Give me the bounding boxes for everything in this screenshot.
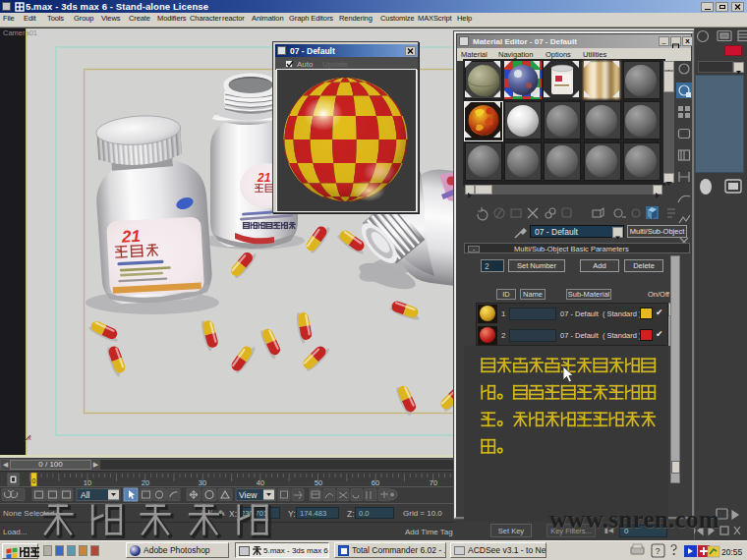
svg-text:50: 50 [315,478,322,487]
svg-text:?: ? [656,546,661,556]
svg-text:70: 70 [430,478,437,487]
svg-text:20: 20 [142,478,149,487]
svg-text:21: 21 [121,227,142,247]
svg-text:21: 21 [257,171,271,185]
svg-text:40: 40 [257,478,264,487]
svg-text:30: 30 [199,478,206,487]
svg-text:10: 10 [84,478,91,487]
svg-text:0: 0 [32,477,36,484]
svg-text:20:55: 20:55 [721,547,743,557]
svg-text:60: 60 [372,478,379,487]
svg-text:x: x [27,433,32,442]
